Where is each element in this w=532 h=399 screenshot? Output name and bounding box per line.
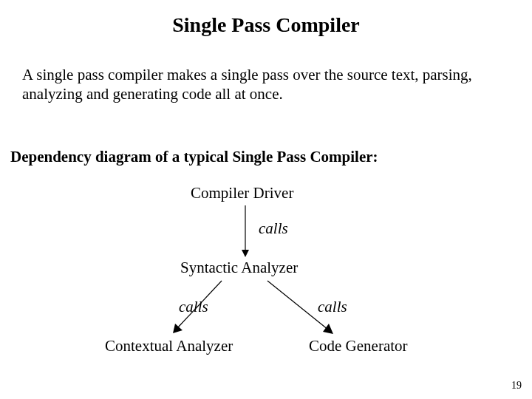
- arrowhead-syntactic-contextual: [173, 324, 183, 333]
- diagram-subheading: Dependency diagram of a typical Single P…: [10, 148, 378, 166]
- node-compiler-driver: Compiler Driver: [191, 184, 293, 202]
- intro-paragraph: A single pass compiler makes a single pa…: [22, 65, 495, 104]
- arrowhead-driver-syntactic: [242, 250, 249, 257]
- page-number: 19: [511, 380, 522, 392]
- node-syntactic-analyzer: Syntactic Analyzer: [180, 259, 298, 277]
- edge-label-syntactic-contextual: calls: [179, 298, 208, 316]
- slide: { "title": "Single Pass Compiler", "intr…: [0, 0, 532, 399]
- edge-label-driver-syntactic: calls: [259, 219, 288, 238]
- arrowhead-syntactic-codegen: [323, 324, 333, 334]
- node-code-generator: Code Generator: [309, 337, 408, 355]
- node-contextual-analyzer: Contextual Analyzer: [105, 337, 233, 355]
- edge-label-syntactic-codegen: calls: [318, 298, 347, 316]
- slide-title: Single Pass Compiler: [0, 13, 532, 37]
